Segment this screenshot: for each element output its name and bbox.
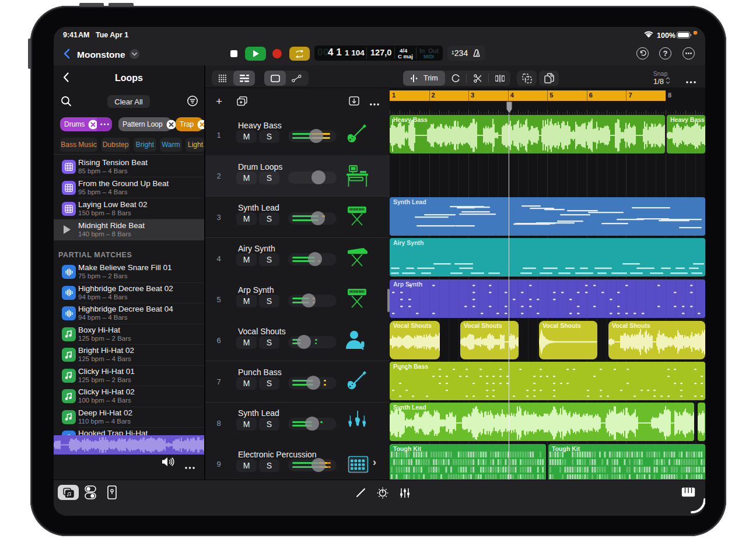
svg-text:100%: 100% bbox=[657, 32, 676, 40]
